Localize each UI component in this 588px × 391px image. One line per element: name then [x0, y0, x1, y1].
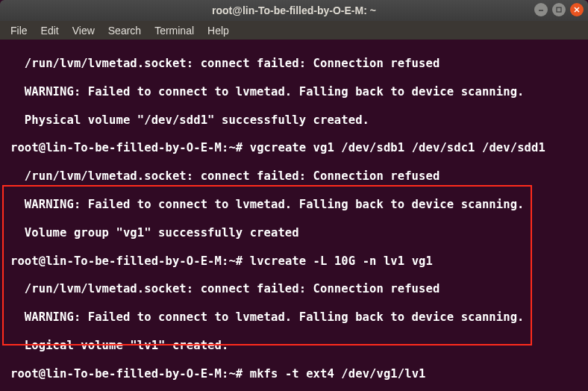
output-line: /run/lvm/lvmetad.socket: connect failed:… — [10, 282, 587, 296]
window-controls — [534, 3, 584, 16]
menu-bar: File Edit View Search Terminal Help — [0, 21, 588, 40]
window-title: root@lin-To-be-filled-by-O-E-M: ~ — [212, 4, 376, 16]
close-button[interactable] — [570, 3, 584, 16]
command: mkfs -t ext4 /dev/vg1/lv1 — [250, 367, 426, 381]
output-line: /run/lvm/lvmetad.socket: connect failed:… — [10, 169, 587, 184]
command: vgcreate vg1 /dev/sdb1 /dev/sdc1 /dev/sd… — [250, 141, 545, 154]
prompt-line: root@lin-To-be-filled-by-O-E-M:~# vgcrea… — [10, 141, 587, 155]
output-line: Physical volume "/dev/sdd1" successfully… — [10, 113, 587, 128]
prompt-user: root@lin-To-be-filled-by-O-E-M — [10, 254, 222, 268]
output-line: WARNING: Failed to connect to lvmetad. F… — [10, 85, 587, 99]
output-line: /run/lvm/lvmetad.socket: connect failed:… — [10, 57, 587, 71]
prompt-line: root@lin-To-be-filled-by-O-E-M:~# lvcrea… — [10, 254, 587, 269]
output-line: WARNING: Failed to connect to lvmetad. F… — [10, 198, 587, 212]
output-line: Logical volume "lv1" created. — [10, 339, 587, 353]
prompt-user: root@lin-To-be-filled-by-O-E-M — [10, 141, 222, 154]
menu-search[interactable]: Search — [102, 23, 147, 38]
prompt-path: ~ — [228, 367, 235, 381]
menu-help[interactable]: Help — [201, 23, 235, 38]
prompt-path: ~ — [228, 254, 235, 268]
prompt-line: root@lin-To-be-filled-by-O-E-M:~# mkfs -… — [10, 367, 587, 381]
svg-rect-1 — [557, 7, 561, 12]
maximize-button[interactable] — [552, 3, 566, 16]
prompt-path: ~ — [228, 141, 235, 154]
minimize-button[interactable] — [534, 3, 548, 16]
terminal-area[interactable]: /run/lvm/lvmetad.socket: connect failed:… — [0, 40, 588, 391]
menu-terminal[interactable]: Terminal — [148, 23, 200, 38]
window-titlebar: root@lin-To-be-filled-by-O-E-M: ~ — [0, 0, 588, 21]
menu-file[interactable]: File — [4, 23, 34, 38]
command: lvcreate -L 10G -n lv1 vg1 — [250, 254, 433, 268]
menu-view[interactable]: View — [66, 23, 101, 38]
menu-edit[interactable]: Edit — [35, 23, 65, 38]
output-line: Volume group "vg1" successfully created — [10, 226, 587, 240]
prompt-user: root@lin-To-be-filled-by-O-E-M — [10, 367, 222, 381]
output-line: WARNING: Failed to connect to lvmetad. F… — [10, 310, 587, 325]
